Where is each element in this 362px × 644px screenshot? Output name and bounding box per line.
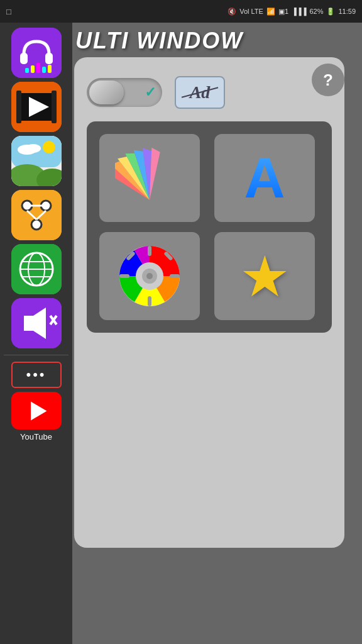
battery-level: 62% bbox=[309, 8, 323, 15]
status-left-icon: □ bbox=[6, 7, 11, 16]
help-button[interactable]: ? bbox=[312, 64, 344, 96]
svg-rect-3 bbox=[25, 68, 29, 73]
toggle-knob bbox=[89, 80, 124, 104]
svg-point-23 bbox=[31, 219, 41, 230]
sidebar-item-sound[interactable] bbox=[11, 298, 62, 348]
svg-rect-2 bbox=[45, 53, 53, 64]
sidebar-item-globe[interactable] bbox=[11, 244, 62, 294]
grid-item-color-wheel[interactable] bbox=[99, 232, 200, 320]
svg-point-15 bbox=[43, 141, 55, 153]
svg-rect-41 bbox=[148, 296, 151, 306]
svg-rect-12 bbox=[52, 91, 57, 123]
main-panel: ✓ Ad bbox=[74, 57, 344, 548]
app-grid: A bbox=[99, 134, 319, 320]
youtube-label: YouTube bbox=[20, 432, 52, 441]
more-dots: ••• bbox=[26, 367, 46, 383]
sidebar: ••• YouTube bbox=[0, 23, 72, 644]
svg-rect-20 bbox=[11, 190, 62, 240]
ad-button[interactable]: Ad bbox=[175, 76, 225, 109]
time: 11:59 bbox=[338, 8, 356, 15]
font-a-icon: A bbox=[244, 146, 285, 211]
youtube-icon bbox=[11, 392, 62, 430]
mute-icon: 🔇 bbox=[228, 8, 236, 16]
sidebar-item-music[interactable] bbox=[11, 28, 62, 78]
star-icon: ★ bbox=[239, 243, 290, 309]
main-area: ••• YouTube ULTI WINDOW ? ✓ Ad bbox=[0, 23, 362, 644]
vol-lte: Vol LTE bbox=[239, 8, 263, 15]
grid-item-star[interactable]: ★ bbox=[214, 232, 315, 320]
toggle-row: ✓ Ad bbox=[87, 76, 332, 109]
svg-marker-37 bbox=[31, 401, 47, 420]
grid-item-palette[interactable] bbox=[99, 134, 200, 222]
toggle-switch[interactable]: ✓ bbox=[87, 78, 162, 107]
svg-rect-11 bbox=[16, 91, 21, 123]
sidebar-item-video[interactable] bbox=[11, 82, 62, 132]
status-bar: □ 🔇 Vol LTE 📶 ▣1 ▐▐▐ 62% 🔋 11:59 bbox=[0, 0, 362, 23]
svg-rect-5 bbox=[36, 63, 40, 73]
sim-icon: ▣1 bbox=[278, 8, 288, 16]
svg-rect-1 bbox=[20, 53, 28, 64]
svg-rect-42 bbox=[119, 274, 129, 278]
toggle-check-icon: ✓ bbox=[145, 84, 156, 101]
sidebar-item-gallery[interactable] bbox=[11, 136, 62, 186]
svg-rect-43 bbox=[170, 274, 180, 278]
page-title: ULTI WINDOW bbox=[75, 28, 243, 54]
sidebar-item-youtube[interactable]: YouTube bbox=[11, 392, 62, 441]
signal-bars: ▐▐▐ bbox=[292, 8, 306, 15]
svg-rect-6 bbox=[42, 67, 46, 73]
inner-panel: A bbox=[87, 121, 332, 333]
svg-rect-4 bbox=[31, 65, 35, 73]
grid-item-font-a[interactable]: A bbox=[214, 134, 315, 222]
sidebar-divider bbox=[4, 355, 69, 355]
battery-icon: 🔋 bbox=[326, 8, 335, 16]
sidebar-item-git[interactable] bbox=[11, 190, 62, 240]
svg-point-47 bbox=[146, 273, 153, 279]
wifi-icon: 📶 bbox=[266, 8, 275, 16]
question-mark: ? bbox=[323, 70, 333, 90]
svg-rect-7 bbox=[48, 65, 52, 73]
sidebar-more-button[interactable]: ••• bbox=[11, 362, 62, 388]
svg-point-19 bbox=[26, 144, 41, 153]
svg-rect-40 bbox=[148, 246, 151, 256]
status-right: 🔇 Vol LTE 📶 ▣1 ▐▐▐ 62% 🔋 11:59 bbox=[228, 8, 356, 16]
